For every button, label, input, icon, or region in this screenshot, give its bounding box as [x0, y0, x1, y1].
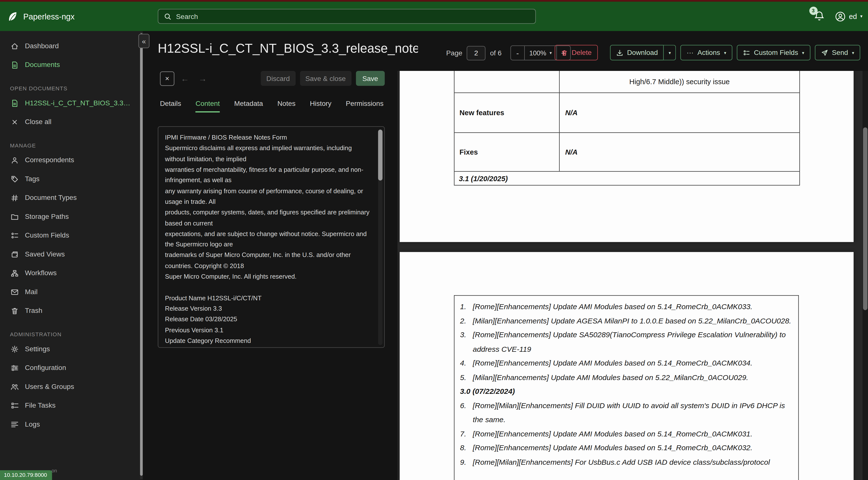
discard-button[interactable]: Discard: [261, 71, 295, 86]
caret-down-icon: ▾: [724, 50, 726, 55]
topbar: Paperless-ngx 3 ed ▾: [0, 2, 868, 31]
sidebar-item-label: Logs: [25, 420, 40, 428]
ellipsis-icon: ···: [687, 49, 693, 57]
sidebar-item-label: Workflows: [25, 269, 57, 277]
sidebar-item-correspondents[interactable]: Correspondents: [0, 151, 143, 170]
table-cell: High/6.7 Middle)) security issue: [560, 71, 799, 93]
sidebar-item-documents[interactable]: Documents: [0, 55, 143, 74]
table-cell: [455, 71, 560, 93]
tab-details[interactable]: Details: [160, 100, 181, 113]
workflows-icon: [10, 269, 19, 277]
sidebar-item-trash[interactable]: Trash: [0, 301, 143, 320]
sidebar-item-users-groups[interactable]: Users & Groups: [0, 377, 143, 396]
sidebar-item-logs[interactable]: Logs: [0, 415, 143, 434]
pdf-page-1: High/6.7 Middle)) security issue New fea…: [400, 71, 854, 242]
tab-metadata[interactable]: Metadata: [234, 100, 263, 113]
sidebar-scrollbar[interactable]: [140, 32, 143, 479]
list-item: 5.[Milan][Enhancements] Update AMI Modul…: [460, 370, 792, 384]
topbar-right: 3 ed ▾: [813, 2, 862, 31]
window-top-edge: [0, 0, 868, 2]
document-toolbar: Delete Download ▾ ··· Actions ▾ Custom: [555, 45, 860, 60]
section-manage: MANAGE: [0, 142, 143, 148]
close-all-button[interactable]: Close all: [0, 113, 143, 131]
table-row: High/6.7 Middle)) security issue: [455, 71, 799, 93]
release-notes-table: High/6.7 Middle)) security issue New fea…: [454, 71, 800, 186]
custom-fields-label: Custom Fields: [754, 49, 798, 57]
sidebar-item-file-tasks[interactable]: File Tasks: [0, 396, 143, 415]
close-document-button[interactable]: ×: [160, 71, 175, 86]
download-split-button: Download ▾: [610, 45, 676, 60]
list-item: 4.[Rome][Enhancements] Update AMI Module…: [460, 356, 792, 370]
actions-label: Actions: [698, 49, 720, 57]
sidebar-item-tags[interactable]: Tags: [0, 170, 143, 188]
content-scrollbar-thumb[interactable]: [378, 130, 382, 181]
sidebar: Dashboard Documents OPEN DOCUMENTS H12SS…: [0, 31, 143, 480]
sidebar-item-mail[interactable]: Mail: [0, 282, 143, 302]
table-row: Fixes N/A: [455, 133, 799, 172]
tab-notes[interactable]: Notes: [278, 100, 296, 113]
enhancements-list: 1.[Rome][Enhancements] Update AMI Module…: [454, 295, 799, 480]
notifications-button[interactable]: 3: [813, 10, 826, 23]
user-menu[interactable]: ed ▾: [835, 11, 863, 22]
content-textarea[interactable]: IPMI Firmware / BIOS Release Notes Form …: [158, 126, 385, 348]
preview-scrollbar[interactable]: [863, 71, 868, 480]
brand-name: Paperless-ngx: [23, 12, 75, 21]
table-row: 3.1 (1/20/2025): [455, 172, 799, 186]
download-label: Download: [627, 49, 658, 57]
page-controls: Page of 6 - 100% ▾ +: [446, 46, 571, 61]
brand[interactable]: Paperless-ngx: [7, 2, 74, 31]
content-scrollbar[interactable]: [378, 129, 382, 345]
page-number-input[interactable]: [467, 46, 486, 60]
open-document-item[interactable]: H12SSL-i_C_CT_NT_BIOS_3.3_rel...: [0, 93, 143, 113]
notification-badge: 3: [809, 6, 817, 15]
send-label: Send: [832, 49, 848, 57]
list-item: 8.[Rome][Enhancements] Update AMI Module…: [460, 441, 792, 455]
zoom-level-select[interactable]: 100% ▾: [524, 46, 557, 60]
status-hint: on: [52, 468, 57, 474]
list-item: 2.[Milan][Enhancements] Update AGESA Mil…: [460, 314, 792, 328]
global-search[interactable]: [158, 9, 536, 24]
preview-scrollbar-thumb[interactable]: [863, 127, 868, 310]
next-document-button[interactable]: →: [195, 71, 210, 86]
sidebar-item-label: Dashboard: [25, 42, 59, 50]
sidebar-item-label: Users & Groups: [25, 383, 74, 391]
custom-fields-icon: [743, 49, 750, 56]
save-button[interactable]: Save: [356, 71, 385, 86]
users-groups-icon: [10, 382, 19, 391]
tab-permissions[interactable]: Permissions: [346, 100, 383, 113]
download-button[interactable]: Download: [610, 45, 664, 60]
delete-button[interactable]: Delete: [555, 45, 598, 60]
sidebar-item-workflows[interactable]: Workflows: [0, 264, 143, 282]
sidebar-item-configuration[interactable]: Configuration: [0, 358, 143, 377]
sidebar-item-document-types[interactable]: Document Types: [0, 188, 143, 207]
save-and-close-button[interactable]: Save & close: [300, 71, 351, 86]
custom-fields-button[interactable]: Custom Fields ▾: [737, 45, 810, 60]
send-button[interactable]: Send ▾: [815, 45, 860, 60]
sidebar-item-dashboard[interactable]: Dashboard: [0, 37, 143, 56]
previous-document-button[interactable]: ←: [178, 71, 192, 86]
delete-label: Delete: [571, 49, 591, 57]
table-cell: Fixes: [455, 133, 560, 171]
actions-button[interactable]: ··· Actions ▾: [681, 45, 732, 60]
zoom-out-button[interactable]: -: [511, 46, 524, 60]
tab-history[interactable]: History: [310, 100, 332, 113]
tab-content[interactable]: Content: [195, 100, 220, 113]
sidebar-item-custom-fields[interactable]: Custom Fields: [0, 226, 143, 245]
sidebar-item-label: Custom Fields: [25, 232, 69, 240]
sidebar-item-saved-views[interactable]: Saved Views: [0, 245, 143, 264]
pdf-preview-pane: High/6.7 Middle)) security issue New fea…: [398, 71, 868, 480]
download-caret-button[interactable]: ▾: [664, 45, 676, 60]
sidebar-item-storage-paths[interactable]: Storage Paths: [0, 207, 143, 226]
paperless-logo-icon: [7, 10, 19, 23]
paperless-app: Paperless-ngx 3 ed ▾: [0, 0, 868, 480]
caret-down-icon: ▾: [852, 50, 854, 55]
sidebar-item-settings[interactable]: Settings: [0, 339, 143, 358]
sidebar-item-label: Settings: [25, 345, 50, 353]
page-title: H12SSL-i_C_CT_NT_BIOS_3.3_release_notes: [158, 41, 418, 56]
tags-icon: [10, 175, 19, 183]
sidebar-item-label: Saved Views: [25, 250, 65, 258]
list-item: 1.[Rome][Enhancements] Update AMI Module…: [460, 300, 792, 313]
sidebar-collapse-button[interactable]: «: [138, 34, 150, 48]
sidebar-scrollbar-thumb[interactable]: [140, 33, 143, 476]
search-input[interactable]: [176, 12, 530, 21]
